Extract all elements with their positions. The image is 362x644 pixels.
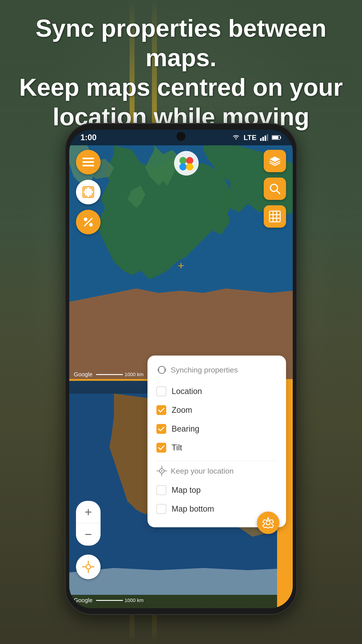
scale-bar-bottom: 1000 km xyxy=(96,598,143,603)
gear-icon xyxy=(262,517,274,528)
phone-screen: 1:00 LTE xyxy=(69,130,293,608)
location-label: Location xyxy=(172,386,202,396)
header-section: Sync properties between maps. Keep maps … xyxy=(0,14,362,132)
svg-rect-15 xyxy=(82,158,94,159)
bearing-item[interactable]: Bearing xyxy=(156,420,277,438)
popup-panel: Synching properties Location Zoom xyxy=(147,356,286,527)
svg-point-10 xyxy=(174,151,199,176)
sync-icon xyxy=(156,364,167,375)
zoom-checkbox[interactable] xyxy=(156,405,166,415)
zoom-out-label: − xyxy=(85,528,92,541)
location-icon xyxy=(82,560,94,573)
scale-bar-top: 1000 km xyxy=(96,372,143,378)
svg-rect-28 xyxy=(270,211,280,222)
google-label-top: Google xyxy=(74,371,92,378)
percent-button[interactable] xyxy=(76,210,100,234)
tilt-item[interactable]: Tilt xyxy=(156,438,277,457)
svg-point-12 xyxy=(186,157,193,164)
zoom-label: Zoom xyxy=(172,406,192,415)
layers-button[interactable] xyxy=(264,150,286,172)
synching-title: Synching properties xyxy=(171,366,238,374)
svg-rect-1 xyxy=(260,138,262,141)
lte-label: LTE xyxy=(244,134,257,142)
camera-notch xyxy=(177,132,185,141)
svg-point-19 xyxy=(84,218,87,221)
svg-rect-17 xyxy=(82,165,94,166)
header-title: Sync properties between maps. Keep maps … xyxy=(13,14,349,132)
svg-point-20 xyxy=(89,223,93,226)
check-icon-tilt xyxy=(158,445,164,450)
svg-rect-3 xyxy=(265,136,266,141)
tilt-label: Tilt xyxy=(172,443,182,452)
zoom-in-button[interactable]: + xyxy=(76,501,100,523)
status-icons: LTE xyxy=(232,134,282,142)
zoom-buttons-group: + − xyxy=(76,501,100,546)
check-icon-bearing xyxy=(158,426,164,431)
status-time: 1:00 xyxy=(80,133,96,142)
keep-location-title: Keep your location xyxy=(171,467,234,476)
left-buttons-group xyxy=(76,150,100,234)
svg-rect-7 xyxy=(272,136,278,139)
svg-point-29 xyxy=(86,564,90,569)
menu-button[interactable] xyxy=(76,150,100,174)
popup-separator xyxy=(156,461,277,461)
signal-icon xyxy=(260,134,268,141)
wifi-icon xyxy=(232,134,240,141)
svg-point-13 xyxy=(179,163,187,170)
svg-line-23 xyxy=(277,190,280,194)
map-bottom-checkbox[interactable] xyxy=(156,504,166,514)
svg-point-42 xyxy=(266,521,270,525)
map-top-item[interactable]: Map top xyxy=(156,481,277,500)
search-button[interactable] xyxy=(264,178,286,200)
my-location-button[interactable] xyxy=(76,554,100,579)
zoom-out-button[interactable]: − xyxy=(76,523,100,546)
svg-point-37 xyxy=(161,470,162,472)
map-bottom-item[interactable]: Map bottom xyxy=(156,500,277,518)
scale-label-top: 1000 km xyxy=(125,372,143,378)
expand-button[interactable] xyxy=(76,180,100,204)
zoom-item[interactable]: Zoom xyxy=(156,401,277,420)
svg-rect-2 xyxy=(262,137,264,141)
svg-point-14 xyxy=(186,163,193,170)
location-item[interactable]: Location xyxy=(156,382,277,401)
svg-rect-16 xyxy=(82,161,94,163)
synching-section-header: Synching properties xyxy=(156,364,277,375)
battery-icon xyxy=(272,135,282,140)
map-top-checkbox[interactable] xyxy=(156,485,166,495)
google-label-bottom: Google xyxy=(74,597,92,604)
map-crosshair: + xyxy=(178,260,184,272)
svg-point-11 xyxy=(179,157,187,164)
right-buttons-group xyxy=(264,150,286,228)
google-watermark-bottom: Google 1000 km xyxy=(74,597,143,604)
svg-rect-6 xyxy=(280,137,281,138)
map-bottom-label: Map bottom xyxy=(172,504,214,514)
settings-button[interactable] xyxy=(257,512,279,534)
scale-label-bottom: 1000 km xyxy=(125,598,143,603)
location-checkbox[interactable] xyxy=(156,386,166,396)
bearing-label: Bearing xyxy=(172,424,199,434)
check-icon-zoom xyxy=(158,408,164,412)
location-target-icon xyxy=(156,466,167,476)
svg-marker-0 xyxy=(235,138,237,140)
zoom-in-label: + xyxy=(85,506,92,518)
bearing-checkbox[interactable] xyxy=(156,424,166,434)
tilt-checkbox[interactable] xyxy=(156,443,166,452)
app-logo[interactable] xyxy=(173,150,200,177)
svg-rect-4 xyxy=(267,134,268,141)
grid-button[interactable] xyxy=(264,205,286,228)
map-top-label: Map top xyxy=(172,486,201,495)
google-watermark-top: Google 1000 km xyxy=(74,371,143,378)
keep-location-section-header: Keep your location xyxy=(156,466,277,476)
phone-frame: 1:00 LTE xyxy=(65,123,297,615)
